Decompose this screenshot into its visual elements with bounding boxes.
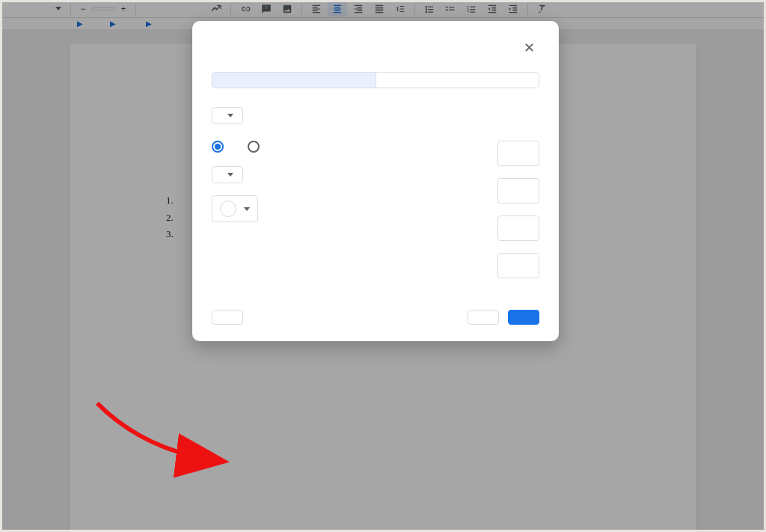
- dialog-footer: [212, 310, 539, 325]
- paper-size-select[interactable]: [212, 166, 243, 183]
- tabs: [212, 72, 539, 88]
- dialog-header: ✕: [212, 37, 539, 58]
- radio-icon: [212, 141, 224, 153]
- tab-pages[interactable]: [212, 73, 376, 88]
- close-button[interactable]: ✕: [518, 37, 539, 58]
- margin-left-input[interactable]: [497, 215, 539, 241]
- margin-bottom-input[interactable]: [497, 178, 539, 204]
- page-setup-dialog: ✕: [192, 21, 559, 341]
- margin-top-input[interactable]: [497, 141, 539, 166]
- margin-right-input[interactable]: [497, 253, 539, 278]
- orientation-landscape-radio[interactable]: [248, 141, 266, 153]
- chevron-down-icon: [244, 207, 250, 211]
- close-icon: ✕: [524, 40, 535, 56]
- apply-to-select[interactable]: [212, 107, 243, 124]
- chevron-down-icon: [227, 173, 233, 177]
- ok-button[interactable]: [508, 310, 539, 325]
- color-swatch-icon: [220, 201, 236, 217]
- cancel-button[interactable]: [468, 310, 499, 325]
- orientation-portrait-radio[interactable]: [212, 141, 230, 153]
- radio-icon: [248, 141, 260, 153]
- set-as-default-button[interactable]: [212, 310, 243, 325]
- chevron-down-icon: [227, 114, 233, 117]
- tab-pageless[interactable]: [376, 73, 539, 88]
- page-color-select[interactable]: [212, 195, 258, 222]
